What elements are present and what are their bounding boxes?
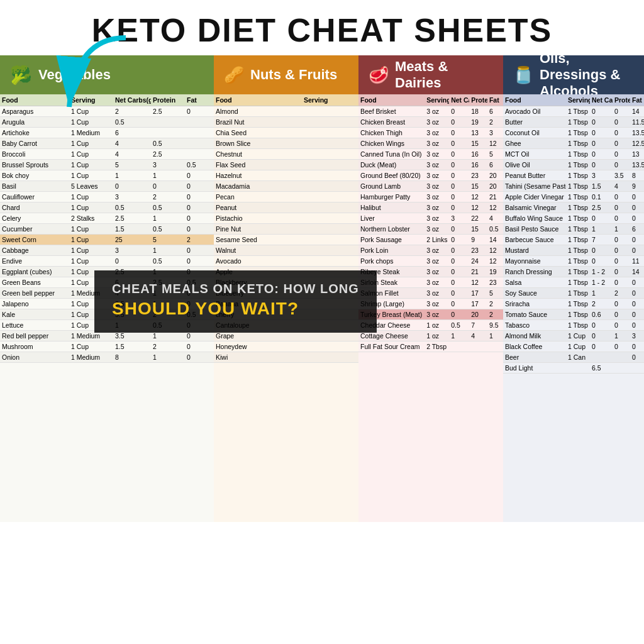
veg-protein-cell: 1 bbox=[151, 213, 185, 223]
oils-food-cell: Black Coffee bbox=[503, 341, 566, 352]
oils-food-cell: Butter bbox=[503, 117, 566, 127]
oils-serving-cell: 1 Tbsp bbox=[566, 235, 590, 245]
oils-serving-cell: 1 Tbsp bbox=[566, 267, 590, 277]
oils-fat-cell: 12.5 bbox=[630, 138, 644, 148]
table-row: Cucumber 1 Cup 1.5 0.5 0 bbox=[0, 224, 214, 235]
meats-section: Food Serving Net Carbs(g) Protein Fat Be… bbox=[358, 94, 503, 522]
oils-food-cell: Tabasco bbox=[503, 320, 566, 330]
meats-protein-cell: 23 bbox=[469, 245, 487, 255]
table-row: Ghee 1 Tbsp 0 0 12.5 bbox=[503, 138, 644, 149]
veg-fat-cell bbox=[185, 142, 214, 145]
table-row: Almond Milk 1 Cup 0 1 3 bbox=[503, 331, 644, 341]
oils-serving-cell: 1 Tbsp bbox=[566, 106, 590, 116]
meats-serving-cell: 3 oz bbox=[425, 213, 449, 223]
oils-serving-cell: 1 Cup bbox=[566, 331, 590, 341]
meats-protein-cell: 23 bbox=[469, 170, 487, 180]
meats-serving-cell: 3 oz bbox=[425, 181, 449, 191]
oils-fat-cell: 0 bbox=[630, 192, 644, 202]
veg-food-cell: Baby Carrot bbox=[0, 138, 69, 148]
nuts-food-cell: Chia Seed bbox=[214, 128, 302, 138]
veg-carbs-cell: 0 bbox=[113, 256, 151, 266]
oils-food-cell: Tomato Sauce bbox=[503, 309, 566, 319]
table-row: Mushroom 1 Cup 1.5 2 0 bbox=[0, 341, 214, 352]
nuts-serving-cell bbox=[302, 228, 358, 230]
oils-serving-cell: 1 Tbsp bbox=[566, 117, 590, 127]
veg-fat-cell: 0 bbox=[185, 224, 214, 234]
nuts-food-cell: Walnut bbox=[214, 245, 302, 255]
table-row: Endive 1 Cup 0 0.5 0 bbox=[0, 256, 214, 267]
meats-food-cell: Liver bbox=[358, 213, 425, 223]
meats-carbs-cell: 0 bbox=[449, 149, 469, 159]
veg-serving-cell: 1 Cup bbox=[69, 192, 113, 202]
meats-protein-cell: 7 bbox=[469, 320, 487, 330]
meats-fat-cell: 9.5 bbox=[487, 320, 503, 330]
oils-protein-cell: 0 bbox=[613, 203, 630, 213]
table-row: Broccoli 1 Cup 4 2.5 bbox=[0, 149, 214, 160]
oils-protein-cell: 0 bbox=[613, 138, 630, 148]
table-row: Tahini (Sesame Paste) 1 Tbsp 1.5 4 9 bbox=[503, 181, 644, 192]
oils-protein-cell: 0 bbox=[613, 341, 630, 352]
meats-protein-cell: 15 bbox=[469, 138, 487, 148]
oils-serving-cell: 1 Tbsp bbox=[566, 245, 590, 255]
oils-serving-cell: 1 Tbsp bbox=[566, 277, 590, 287]
veg-serving-cell: 1 Cup bbox=[69, 245, 113, 255]
meats-food-cell: Hamburger Patty bbox=[358, 192, 425, 202]
oils-serving-cell: 1 Tbsp bbox=[566, 288, 590, 298]
table-row: Pork chops 3 oz 0 24 12 bbox=[358, 256, 503, 267]
veg-protein-cell: 1 bbox=[151, 170, 185, 180]
meats-protein-cell: 18 bbox=[469, 106, 487, 116]
oils-col-headers: Food Serving Net Carbs(g) Protein Fat bbox=[503, 94, 644, 106]
overlay-box: CHEAT MEALS ON KETO: HOW LONG SHOULD YOU… bbox=[94, 270, 377, 333]
oils-fat-cell: 0 bbox=[630, 352, 644, 362]
nuts-serving-cell bbox=[302, 356, 358, 358]
veg-carbs-cell: 3 bbox=[113, 245, 151, 255]
meats-protein-cell: 24 bbox=[469, 256, 487, 266]
meats-protein-cell: 12 bbox=[469, 192, 487, 202]
veg-carbs-cell: 0.5 bbox=[113, 203, 151, 213]
oils-fat-cell: 3 bbox=[630, 331, 644, 341]
oils-protein-cell: 0 bbox=[613, 267, 630, 277]
meats-carbs-cell: 0 bbox=[449, 192, 469, 202]
nuts-serving-cell bbox=[302, 260, 358, 262]
oils-col-food: Food bbox=[503, 94, 566, 106]
veg-protein-cell: 0.5 bbox=[151, 256, 185, 266]
oils-serving-cell bbox=[566, 367, 590, 369]
meats-food-cell: Ground Beef (80/20) bbox=[358, 170, 425, 180]
page-header: KETO DIET CHEAT SHEETS bbox=[0, 0, 644, 55]
table-row: Sweet Corn 1 Cup 25 5 2 bbox=[0, 235, 214, 245]
meats-food-cell: Chicken Thigh bbox=[358, 128, 425, 138]
oils-food-cell: Balsamic Vinegar bbox=[503, 203, 566, 213]
veg-carbs-cell: 4 bbox=[113, 149, 151, 159]
veg-food-cell: Basil bbox=[0, 181, 69, 191]
veg-food-cell: Green Beans bbox=[0, 277, 69, 287]
oils-fat-cell: 0 bbox=[630, 288, 644, 298]
veg-fat-cell: 0 bbox=[185, 256, 214, 266]
table-row: Pistachio bbox=[214, 213, 358, 224]
meats-protein-cell: 9 bbox=[469, 235, 487, 245]
table-row: Sesame Seed bbox=[214, 235, 358, 245]
meats-serving-cell: 3 oz bbox=[425, 138, 449, 148]
oils-carbs-cell: 0 bbox=[590, 160, 613, 170]
meats-protein-cell: 16 bbox=[469, 160, 487, 170]
table-row: Barbecue Sauce 1 Tbsp 7 0 0 bbox=[503, 235, 644, 245]
veg-food-cell: Cauliflower bbox=[0, 192, 69, 202]
meats-food-cell: Duck (Meat) bbox=[358, 160, 425, 170]
veg-food-cell: Celery bbox=[0, 213, 69, 223]
oils-fat-cell: 0 bbox=[630, 320, 644, 330]
meats-rows: Beef Brisket 3 oz 0 18 6 Chicken Breast … bbox=[358, 106, 503, 352]
oils-fat-cell bbox=[630, 367, 644, 369]
veg-fat-cell: 0 bbox=[185, 192, 214, 202]
oils-protein-cell: 0 bbox=[613, 160, 630, 170]
oils-fat-cell: 0 bbox=[630, 277, 644, 287]
veg-protein-cell: 2 bbox=[151, 341, 185, 352]
veg-fat-cell: 0 bbox=[185, 106, 214, 116]
meats-carbs-cell: 0 bbox=[449, 160, 469, 170]
nuts-col-food: Food bbox=[214, 94, 302, 106]
meats-protein-cell: 15 bbox=[469, 224, 487, 234]
table-row: Ranch Dressing 1 Tbsp 1 - 2 0 14 bbox=[503, 267, 644, 277]
nuts-food-cell: Almond bbox=[214, 106, 302, 116]
oils-protein-cell: 0 bbox=[613, 106, 630, 116]
table-row: Mustard 1 Tbsp 0 0 0 bbox=[503, 245, 644, 256]
table-row: Shrimp (Large) 3 oz 0 17 2 bbox=[358, 299, 503, 309]
oils-fat-cell: 13.5 bbox=[630, 160, 644, 170]
